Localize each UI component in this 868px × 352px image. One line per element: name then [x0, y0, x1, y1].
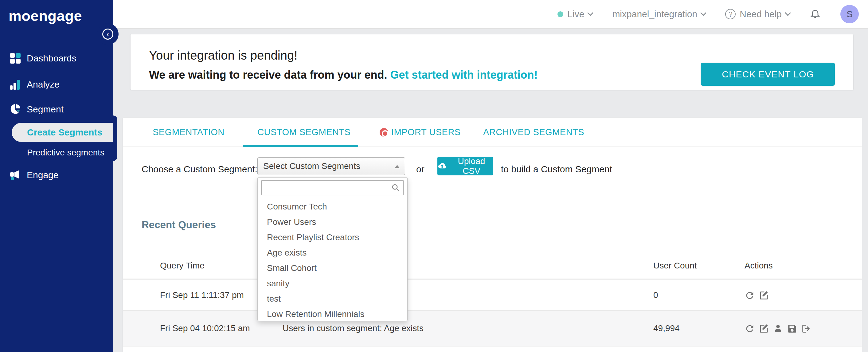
edit-icon[interactable]	[758, 290, 769, 301]
custom-segments-dropdown: Consumer Tech Power Users Recent Playlis…	[257, 177, 408, 321]
need-help-menu[interactable]: ? Need help	[725, 9, 790, 19]
search-icon	[391, 183, 400, 192]
sidebar-item-label: Predictive segments	[27, 148, 104, 158]
recent-queries-title: Recent Queries	[142, 219, 216, 231]
table-row: Fri Sep 11 1:11:37 pm 0	[123, 281, 862, 310]
divider	[123, 238, 862, 238]
sidebar-submenu-bulge	[113, 116, 117, 161]
dropdown-option[interactable]: Power Users	[258, 214, 407, 230]
check-event-log-button[interactable]: CHECK EVENT LOG	[701, 63, 835, 86]
need-help-label: Need help	[740, 9, 782, 19]
query-time-cell: Fri Sep 04 10:02:15 am	[160, 323, 250, 333]
row-actions	[745, 323, 811, 334]
workspace-switcher[interactable]: mixpanel_integration	[612, 9, 706, 19]
edit-icon[interactable]	[758, 323, 769, 334]
chevron-left-icon: ‹	[102, 29, 113, 40]
sidebar-collapse-button[interactable]: ‹	[97, 23, 119, 45]
avatar-initial: S	[846, 9, 852, 19]
dropdown-option-list: Consumer Tech Power Users Recent Playlis…	[258, 199, 407, 322]
dropdown-option[interactable]: sanity	[258, 276, 407, 291]
query-time-cell: Fri Sep 11 1:11:37 pm	[160, 290, 244, 300]
topbar: Live mixpanel_integration ? Need help S	[113, 0, 868, 29]
caret-up-icon	[394, 165, 400, 168]
chevron-down-icon	[785, 10, 791, 16]
tab-label: ARCHIVED SEGMENTS	[483, 127, 584, 137]
export-icon[interactable]	[801, 323, 811, 334]
tab-label: SEGMENTATION	[153, 127, 224, 137]
sidebar-item-label: Create Segments	[27, 127, 102, 138]
tab-label: IMPORT USERS	[391, 127, 461, 137]
segment-search-input[interactable]	[261, 180, 404, 195]
sidebar: moengage Dashboards Analyze Segment Crea…	[0, 0, 113, 352]
dropdown-option[interactable]: Consumer Tech	[258, 199, 407, 214]
row-actions	[745, 290, 769, 301]
sidebar-item-label: Analyze	[27, 79, 60, 90]
custom-segments-select[interactable]: Select Custom Segments	[257, 157, 405, 175]
dropdown-option[interactable]: Age exists	[258, 245, 407, 260]
bar-chart-icon	[10, 79, 21, 90]
sidebar-item-analyze[interactable]: Analyze	[0, 75, 113, 94]
notifications-button[interactable]	[810, 8, 821, 20]
tab-archived-segments[interactable]: ARCHIVED SEGMENTS	[483, 127, 584, 137]
sidebar-item-label: Dashboards	[27, 53, 76, 64]
tab-label: CUSTOM SEGMENTS	[257, 127, 350, 137]
or-label: or	[416, 164, 425, 174]
banner-title: Your integration is pending!	[149, 49, 853, 62]
help-icon: ?	[725, 9, 736, 19]
environment-switcher[interactable]: Live	[557, 9, 592, 19]
grid-icon	[10, 53, 21, 64]
sidebar-item-engage[interactable]: Engage	[0, 165, 113, 185]
select-value: Select Custom Segments	[263, 161, 360, 171]
refresh-icon[interactable]	[745, 323, 755, 334]
sidebar-item-predictive-segments[interactable]: Predictive segments	[0, 144, 113, 162]
sidebar-item-segment[interactable]: Segment	[0, 100, 113, 119]
query-description-cell: Users in custom segment: Age exists	[283, 323, 424, 333]
banner-subtitle-text: We are waiting to receive data from your…	[149, 68, 387, 81]
dropdown-option[interactable]: Small Cohort	[258, 260, 407, 276]
dropdown-search	[261, 180, 404, 195]
live-status-dot-icon	[557, 11, 563, 17]
choose-segment-label: Choose a Custom Segment:	[142, 164, 257, 174]
tab-custom-segments[interactable]: CUSTOM SEGMENTS	[257, 127, 350, 137]
segments-card: SEGMENTATION CUSTOM SEGMENTS IMPORT USER…	[123, 118, 862, 352]
bell-icon	[810, 8, 821, 19]
dropdown-option[interactable]: test	[258, 291, 407, 307]
sidebar-item-label: Engage	[27, 170, 58, 180]
upload-csv-button[interactable]: Upload CSV	[437, 157, 493, 175]
chevron-down-icon	[587, 10, 593, 16]
tab-segmentation[interactable]: SEGMENTATION	[153, 127, 224, 137]
table-row: Fri Sep 04 10:02:15 am Users in custom s…	[123, 310, 862, 347]
environment-label: Live	[567, 9, 584, 19]
column-query-time: Query Time	[160, 261, 205, 270]
user-count-cell: 49,994	[653, 323, 680, 333]
column-user-count: User Count	[653, 261, 697, 270]
dropdown-option[interactable]: Recent Playlist Creators	[258, 230, 407, 245]
user-icon[interactable]	[773, 323, 783, 334]
sidebar-item-create-segments[interactable]: Create Segments	[12, 123, 117, 142]
sidebar-item-dashboards[interactable]: Dashboards	[0, 49, 113, 68]
build-segment-label: to build a Custom Segment	[501, 164, 612, 174]
dropdown-option[interactable]: Low Retention Millennials	[258, 307, 407, 322]
tab-import-users[interactable]: IMPORT USERS	[380, 127, 461, 137]
workspace-label: mixpanel_integration	[612, 9, 697, 19]
cloud-upload-icon	[437, 162, 447, 170]
refresh-icon[interactable]	[745, 290, 755, 301]
app-screen: moengage Dashboards Analyze Segment Crea…	[0, 0, 868, 352]
save-icon[interactable]	[787, 323, 797, 334]
pie-chart-icon	[10, 104, 21, 115]
tab-bar: SEGMENTATION CUSTOM SEGMENTS IMPORT USER…	[123, 118, 862, 147]
integration-banner: Your integration is pending! We are wait…	[130, 34, 853, 90]
get-started-link[interactable]: Get started with integration!	[391, 68, 538, 81]
upload-csv-label: Upload CSV	[450, 156, 493, 176]
column-actions: Actions	[745, 261, 773, 270]
user-count-cell: 0	[653, 290, 658, 300]
user-avatar[interactable]: S	[840, 5, 859, 23]
moengage-logo: moengage	[9, 7, 82, 24]
chevron-down-icon	[700, 10, 707, 16]
record-dot-icon	[380, 128, 388, 137]
sidebar-item-label: Segment	[27, 104, 64, 115]
table-header: Query Time User Count Actions	[123, 253, 862, 280]
active-tab-underline	[243, 145, 358, 147]
megaphone-icon	[10, 170, 21, 180]
